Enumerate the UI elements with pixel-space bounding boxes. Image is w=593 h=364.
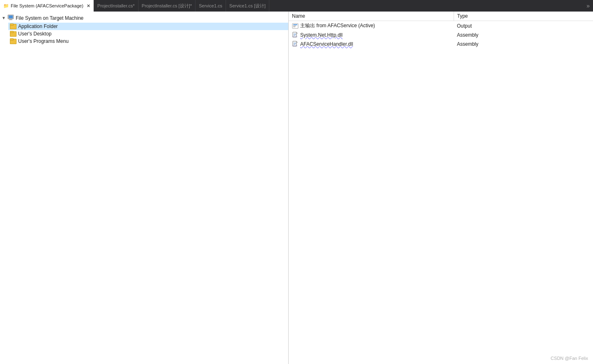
table-row[interactable]: System.Net.Http.dll Assembly	[289, 31, 593, 40]
tab-projectinstaller-design-label: ProjectInstaller.cs [设计]*	[142, 3, 192, 9]
tab-service1-design[interactable]: Service1.cs [设计]	[226, 0, 269, 12]
svg-marker-9	[296, 32, 298, 33]
tree-item-user-programs[interactable]: User's Programs Menu	[8, 38, 288, 45]
row-systemnet-name: System.Net.Http.dll	[289, 31, 454, 40]
computer-icon	[7, 14, 14, 22]
user-programs-icon	[10, 38, 16, 44]
tab-service1-cs-label: Service1.cs	[199, 3, 222, 8]
tree-item-user-programs-label: User's Programs Menu	[18, 38, 68, 44]
svg-rect-3	[9, 20, 12, 20]
table-row[interactable]: AFACServiceHandler.dll Assembly	[289, 40, 593, 49]
output-file-icon	[292, 23, 299, 29]
svg-rect-6	[293, 26, 296, 26]
tab-projectinstaller-design[interactable]: ProjectInstaller.cs [设计]*	[139, 0, 196, 12]
row-output-name: 主输出 from AFACService (Active)	[289, 21, 454, 31]
filesystem-icon: 📁	[3, 3, 9, 9]
tab-service1-cs[interactable]: Service1.cs	[195, 0, 226, 12]
svg-rect-5	[293, 24, 297, 25]
tree-item-user-desktop[interactable]: User's Desktop	[8, 30, 288, 38]
user-desktop-icon	[10, 31, 16, 37]
table-header-row: Name Type	[289, 12, 593, 21]
left-pane: ▼ File System on Target Machine Applic	[0, 12, 289, 364]
file-system-tree: ▼ File System on Target Machine Applic	[0, 12, 288, 47]
row-afachandler-type: Assembly	[454, 40, 593, 49]
row-output-type: Output	[454, 21, 593, 31]
right-pane: Name Type	[289, 12, 593, 364]
col-type-header: Type	[454, 12, 593, 21]
svg-marker-16	[296, 41, 298, 42]
tab-bar: 📁 File System (AFACServicePackage) ✕ Pro…	[0, 0, 593, 12]
tree-item-app-folder[interactable]: Application Folder	[8, 23, 288, 30]
svg-rect-2	[9, 19, 12, 20]
tab-overflow-button[interactable]: »	[583, 2, 593, 9]
row-afachandler-name: AFACServiceHandler.dll	[289, 40, 454, 49]
assembly-file-icon	[292, 32, 299, 38]
svg-rect-21	[292, 45, 297, 47]
assembly-file-icon-2	[292, 41, 299, 47]
row-systemnet-type: Assembly	[454, 31, 593, 40]
app-folder-icon	[10, 23, 16, 29]
col-name-header: Name	[289, 12, 454, 21]
tree-root[interactable]: ▼ File System on Target Machine	[0, 13, 288, 23]
tab-service1-design-label: Service1.cs [设计]	[229, 3, 266, 9]
tab-filesystem-label: File System (AFACServicePackage)	[11, 3, 83, 8]
table-row[interactable]: 主输出 from AFACService (Active) Output	[289, 21, 593, 31]
watermark: CSDN @Fan Felix	[551, 356, 588, 361]
tree-children: Application Folder User's Desktop User's…	[0, 23, 288, 45]
tab-projectinstaller-cs-label: ProjectInstaller.cs*	[97, 3, 134, 8]
tree-item-user-desktop-label: User's Desktop	[18, 31, 52, 37]
tab-projectinstaller-cs[interactable]: ProjectInstaller.cs*	[94, 0, 138, 12]
close-tab-filesystem[interactable]: ✕	[87, 3, 90, 9]
svg-rect-7	[293, 26, 295, 27]
tree-root-label: File System on Target Machine	[16, 15, 84, 21]
root-expand-arrow: ▼	[2, 16, 6, 20]
svg-rect-14	[292, 36, 297, 38]
file-table: Name Type	[289, 12, 593, 49]
svg-rect-1	[9, 16, 13, 19]
main-area: ▼ File System on Target Machine Applic	[0, 12, 593, 364]
tab-filesystem[interactable]: 📁 File System (AFACServicePackage) ✕	[0, 0, 94, 12]
tree-item-app-folder-label: Application Folder	[18, 23, 58, 29]
